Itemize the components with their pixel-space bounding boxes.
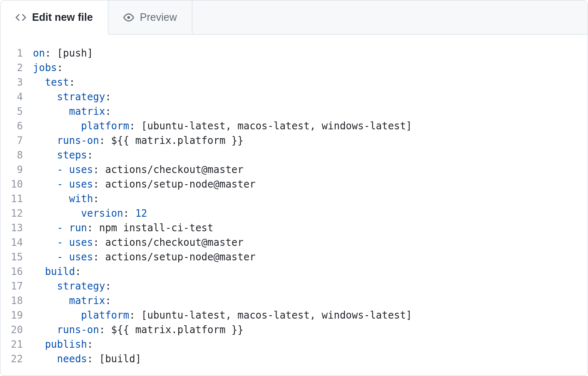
line-number: 11 <box>0 192 23 206</box>
code-line[interactable]: steps: <box>33 148 588 163</box>
line-number-gutter: 12345678910111213141516171819202122 <box>0 46 33 366</box>
tab-edit-label: Edit new file <box>32 11 93 23</box>
line-number: 3 <box>0 75 23 90</box>
line-number: 20 <box>0 323 23 337</box>
code-line[interactable]: - run: npm install-ci-test <box>33 221 588 235</box>
line-number: 13 <box>0 221 23 235</box>
code-token: version <box>81 208 123 219</box>
line-number: 15 <box>0 250 23 265</box>
line-number: 12 <box>0 206 23 221</box>
code-token: : ${{ matrix.platform }} <box>99 324 244 336</box>
code-token: : actions/setup-node@master <box>93 251 256 263</box>
code-token: strategy <box>57 280 105 292</box>
code-token: uses <box>69 237 93 248</box>
line-number: 18 <box>0 294 23 308</box>
code-line[interactable]: needs: [build] <box>33 352 588 366</box>
code-token: - <box>57 178 69 190</box>
code-token: runs-on <box>57 135 99 146</box>
tab-edit[interactable]: Edit new file <box>0 0 108 35</box>
code-token: : <box>105 280 111 292</box>
code-token <box>33 266 45 277</box>
code-line[interactable]: publish: <box>33 337 588 352</box>
tab-preview[interactable]: Preview <box>108 0 192 34</box>
code-line[interactable]: with: <box>33 192 588 206</box>
code-line[interactable]: runs-on: ${{ matrix.platform }} <box>33 323 588 337</box>
code-token <box>33 208 81 219</box>
line-number: 16 <box>0 265 23 279</box>
code-token: strategy <box>57 91 105 103</box>
code-line[interactable]: strategy: <box>33 90 588 104</box>
code-token: : <box>105 295 111 307</box>
code-line[interactable]: test: <box>33 75 588 90</box>
code-token: steps <box>57 149 87 161</box>
line-number: 17 <box>0 279 23 294</box>
code-line[interactable]: matrix: <box>33 294 588 308</box>
code-line[interactable]: strategy: <box>33 279 588 294</box>
code-token <box>33 120 81 132</box>
code-token <box>33 106 69 117</box>
line-number: 22 <box>0 352 23 366</box>
code-token: runs-on <box>57 324 99 336</box>
code-line[interactable]: - uses: actions/checkout@master <box>33 235 588 250</box>
code-token: uses <box>69 251 93 263</box>
code-token: - <box>57 237 69 248</box>
code-line[interactable]: runs-on: ${{ matrix.platform }} <box>33 134 588 148</box>
code-content[interactable]: on: [push]jobs: test: strategy: matrix: … <box>33 46 588 366</box>
editor-tabs: Edit new file Preview <box>0 0 588 35</box>
code-line[interactable]: version: 12 <box>33 206 588 221</box>
code-token: : [build] <box>87 353 141 365</box>
line-number: 6 <box>0 119 23 134</box>
code-token: - <box>57 222 69 234</box>
code-token: jobs <box>33 62 57 74</box>
code-token <box>33 251 57 263</box>
code-token: : <box>105 91 111 103</box>
code-token: : actions/checkout@master <box>93 237 244 248</box>
code-line[interactable]: jobs: <box>33 61 588 75</box>
code-token: needs <box>57 353 87 365</box>
code-token <box>33 149 57 161</box>
code-line[interactable]: matrix: <box>33 104 588 119</box>
code-token <box>33 353 57 365</box>
code-token: : <box>87 339 93 350</box>
code-token: : npm install-ci-test <box>87 222 213 234</box>
code-line[interactable]: platform: [ubuntu-latest, macos-latest, … <box>33 119 588 134</box>
code-token: - <box>57 164 69 176</box>
code-editor[interactable]: 12345678910111213141516171819202122 on: … <box>0 35 588 366</box>
code-token <box>33 237 57 248</box>
code-icon <box>15 12 26 23</box>
line-number: 8 <box>0 148 23 163</box>
code-token: : <box>57 62 63 74</box>
code-token <box>33 193 69 205</box>
code-line[interactable]: - uses: actions/setup-node@master <box>33 177 588 192</box>
code-token: 12 <box>135 208 147 219</box>
code-token: : [ubuntu-latest, macos-latest, windows-… <box>129 120 412 132</box>
code-token <box>33 222 57 234</box>
line-number: 2 <box>0 61 23 75</box>
code-token: : actions/setup-node@master <box>93 178 256 190</box>
code-token: : <box>93 193 99 205</box>
code-token: matrix <box>69 295 105 307</box>
code-token: : <box>69 77 75 88</box>
code-token: test <box>45 77 69 88</box>
code-line[interactable]: platform: [ubuntu-latest, macos-latest, … <box>33 308 588 323</box>
code-token <box>33 135 57 146</box>
code-line[interactable]: - uses: actions/setup-node@master <box>33 250 588 265</box>
code-line[interactable]: - uses: actions/checkout@master <box>33 163 588 177</box>
code-token <box>33 309 81 321</box>
line-number: 10 <box>0 177 23 192</box>
code-token: : <box>75 266 81 277</box>
line-number: 14 <box>0 235 23 250</box>
code-token: build <box>45 266 75 277</box>
code-token: : <box>87 149 93 161</box>
line-number: 4 <box>0 90 23 104</box>
code-token: : [push] <box>45 47 93 59</box>
code-line[interactable]: on: [push] <box>33 46 588 61</box>
code-token: - <box>57 251 69 263</box>
code-line[interactable]: build: <box>33 265 588 279</box>
code-token: on <box>33 47 45 59</box>
code-token <box>33 164 57 176</box>
code-token: : actions/checkout@master <box>93 164 244 176</box>
line-number: 5 <box>0 104 23 119</box>
code-token: publish <box>45 339 87 350</box>
code-token <box>33 178 57 190</box>
